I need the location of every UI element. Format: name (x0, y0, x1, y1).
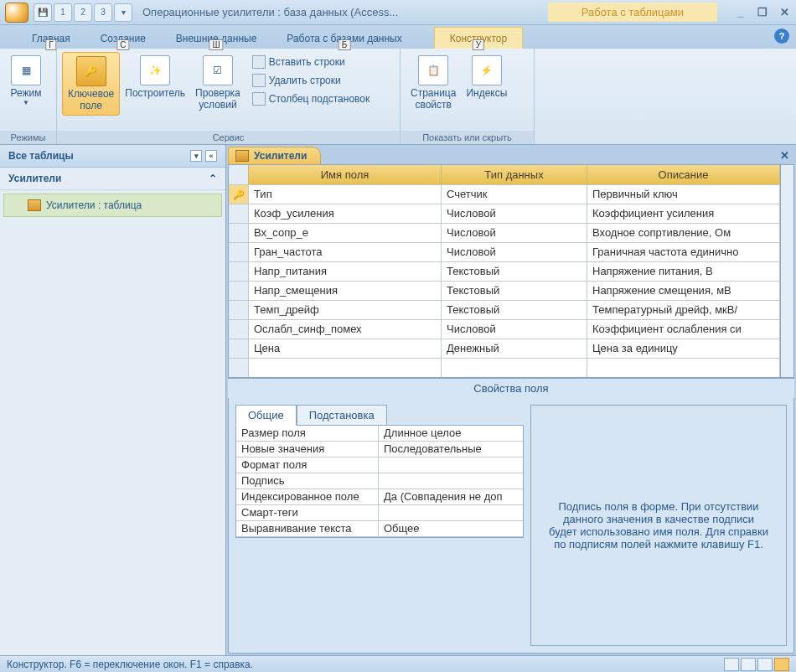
field-row[interactable]: Гран_частотаЧисловойГраничная частота ед… (229, 242, 780, 261)
restore-button[interactable]: ❐ (756, 6, 769, 18)
row-selector[interactable] (229, 320, 249, 339)
field-desc-cell[interactable]: Первичный ключ (587, 185, 780, 204)
field-name-cell[interactable]: Цена (249, 339, 442, 358)
tab-create[interactable]: СозданиеС (85, 28, 161, 49)
field-type-cell[interactable]: Денежный (442, 339, 587, 358)
primary-key-button[interactable]: 🔑 Ключевое поле (62, 52, 120, 116)
property-value[interactable]: Общее (379, 521, 523, 536)
field-type-cell[interactable]: Числовой (442, 204, 587, 223)
property-value[interactable] (379, 473, 523, 488)
field-name-cell[interactable]: Темп_дрейф (249, 301, 442, 319)
help-button[interactable]: ? (774, 28, 789, 44)
qat-item-3[interactable]: 3 (94, 3, 112, 22)
column-header-name[interactable]: Имя поля (249, 165, 442, 184)
nav-item-table[interactable]: Усилители : таблица (3, 194, 222, 217)
field-desc-cell[interactable]: Напряжение питания, В (587, 262, 780, 281)
tab-database-tools[interactable]: Работа с базами данныхБ (271, 28, 416, 49)
field-type-cell[interactable]: Числовой (442, 243, 587, 261)
field-name-cell[interactable]: Гран_частота (249, 243, 442, 261)
field-row[interactable]: Напр_смещенияТекстовыйНапряжение смещени… (229, 281, 780, 300)
field-desc-cell[interactable]: Входное сопртивление, Ом (587, 224, 780, 242)
row-selector[interactable]: 🔑 (229, 185, 249, 204)
property-sheet-button[interactable]: 📋 Страница свойств (406, 52, 461, 114)
field-desc-cell[interactable]: Напряжение смещения, мВ (587, 282, 780, 300)
row-selector[interactable] (229, 224, 249, 242)
field-row[interactable]: Напр_питанияТекстовыйНапряжение питания,… (229, 261, 780, 281)
minimize-button[interactable]: _ (734, 6, 747, 18)
close-button[interactable]: ✕ (778, 6, 791, 18)
field-type-cell[interactable]: Числовой (442, 224, 587, 242)
view-pivottable-icon[interactable] (741, 658, 756, 671)
test-rules-button[interactable]: ☑ Проверка условий (190, 52, 246, 114)
field-type-cell[interactable]: Текстовый (442, 282, 587, 300)
field-desc-cell[interactable]: Цена за единицу (587, 339, 780, 358)
field-name-cell[interactable]: Тип (249, 185, 442, 204)
tab-home[interactable]: ГлавнаяГ (17, 28, 85, 49)
nav-group-header[interactable]: Усилители ⌃ (0, 168, 225, 190)
property-value[interactable]: Да (Совпадения не доп (379, 489, 523, 504)
property-row[interactable]: Индексированное полеДа (Совпадения не до… (236, 489, 523, 505)
column-header-desc[interactable]: Описание (587, 165, 780, 184)
field-type-cell[interactable]: Числовой (442, 320, 587, 339)
row-selector-header[interactable] (229, 165, 249, 184)
tab-design[interactable]: КонструкторУ (434, 27, 523, 49)
view-pivotchart-icon[interactable] (757, 658, 773, 671)
nav-pane-header[interactable]: Все таблицы ▾« (0, 145, 225, 168)
property-value[interactable] (379, 505, 523, 520)
field-name-cell[interactable]: Напр_питания (249, 262, 442, 281)
qat-dropdown-icon[interactable]: ▾ (114, 3, 132, 22)
qat-item-2[interactable]: 2 (74, 3, 92, 22)
view-datasheet-icon[interactable] (724, 658, 739, 671)
property-value[interactable]: Длинное целое (379, 426, 523, 441)
row-selector[interactable] (229, 262, 249, 281)
field-type-cell[interactable]: Текстовый (442, 301, 587, 319)
field-name-cell[interactable]: Вх_сопр_е (249, 224, 442, 242)
tab-external-data[interactable]: Внешние данныеШ (161, 28, 272, 49)
vertical-scrollbar[interactable] (780, 165, 793, 377)
field-desc-cell[interactable]: Коэффициент ослабления си (587, 320, 780, 339)
row-selector[interactable] (229, 301, 249, 319)
row-selector[interactable] (229, 339, 249, 358)
property-value[interactable]: Последовательные (379, 442, 523, 457)
props-tab-general[interactable]: Общие (235, 405, 297, 426)
property-row[interactable]: Смарт-теги (236, 505, 523, 521)
field-name-cell[interactable]: Ослабл_синф_помех (249, 320, 442, 339)
indexes-button[interactable]: ⚡ Индексы (461, 52, 512, 102)
qat-item-1[interactable]: 1 (54, 3, 72, 22)
delete-rows-button[interactable]: Удалить строки (249, 72, 373, 89)
builder-button[interactable]: ✨ Построитель (120, 52, 190, 102)
row-selector[interactable] (229, 204, 249, 223)
field-type-cell[interactable]: Счетчик (442, 185, 587, 204)
nav-collapse-icon[interactable]: « (205, 150, 217, 162)
field-row[interactable]: ЦенаДенежныйЦена за единицу (229, 339, 780, 358)
row-selector[interactable] (229, 243, 249, 261)
field-row[interactable]: Коэф_усиленияЧисловойКоэффициент усилени… (229, 204, 780, 223)
insert-rows-button[interactable]: Вставить строки (249, 54, 373, 70)
column-header-type[interactable]: Тип данных (442, 165, 587, 184)
nav-dropdown-icon[interactable]: ▾ (190, 150, 202, 162)
property-row[interactable]: Подпись (236, 473, 523, 489)
office-button[interactable] (5, 3, 28, 23)
property-row[interactable]: Формат поля (236, 457, 523, 473)
view-design-icon[interactable] (774, 658, 789, 671)
field-type-cell[interactable]: Текстовый (442, 262, 587, 281)
property-value[interactable] (379, 457, 523, 473)
field-name-cell[interactable]: Напр_смещения (249, 282, 442, 300)
field-desc-cell[interactable]: Коэффициент усиления (587, 204, 780, 223)
property-row[interactable]: Новые значенияПоследовательные (236, 442, 523, 457)
field-name-cell[interactable]: Коэф_усиления (249, 204, 442, 223)
property-row[interactable]: Размер поляДлинное целое (236, 426, 523, 442)
field-row[interactable]: 🔑ТипСчетчикПервичный ключ (229, 184, 780, 204)
field-desc-cell[interactable]: Температурный дрейф, мкВ/ (587, 301, 780, 319)
row-selector[interactable] (229, 282, 249, 300)
qat-save-icon[interactable]: 💾 (34, 3, 52, 22)
props-tab-lookup[interactable]: Подстановка (297, 405, 387, 426)
field-desc-cell[interactable]: Граничная частота единично (587, 243, 780, 261)
document-tab[interactable]: Усилители (228, 147, 321, 164)
field-row[interactable]: Вх_сопр_еЧисловойВходное сопртивление, О… (229, 223, 780, 242)
field-row[interactable]: Ослабл_синф_помехЧисловойКоэффициент осл… (229, 319, 780, 339)
property-row[interactable]: Выравнивание текстаОбщее (236, 521, 523, 537)
lookup-column-button[interactable]: Столбец подстановок (249, 90, 373, 107)
document-close-button[interactable]: ✕ (780, 149, 789, 162)
empty-row[interactable] (229, 358, 780, 377)
